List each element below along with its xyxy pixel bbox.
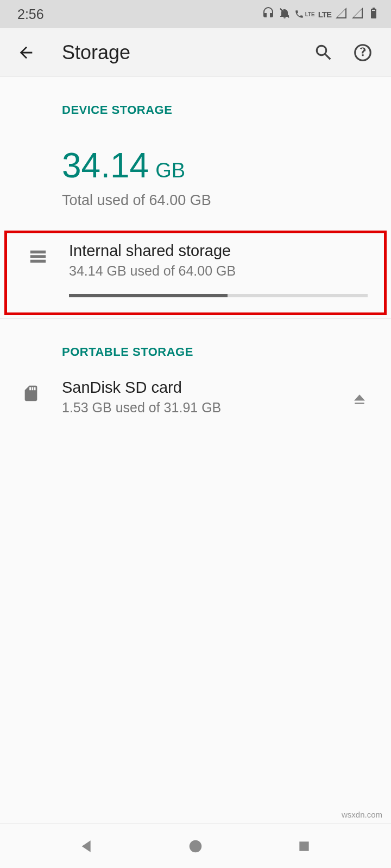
help-button[interactable] <box>348 37 378 68</box>
help-icon <box>352 42 373 63</box>
triangle-back-icon <box>78 838 96 855</box>
total-used-sub: Total used of 64.00 GB <box>62 192 391 209</box>
svg-point-0 <box>190 840 202 852</box>
headset-icon <box>262 7 275 22</box>
internal-storage-title: Internal shared storage <box>69 242 368 260</box>
circle-home-icon <box>187 838 204 854</box>
device-storage-label: DEVICE STORAGE <box>0 77 391 122</box>
total-used-value: 34.14 GB <box>62 145 185 186</box>
sd-card-icon <box>22 384 40 403</box>
volte-icon: LTE <box>294 9 315 19</box>
network-lte-text: LTE <box>318 10 331 19</box>
total-used-unit: GB <box>155 159 185 182</box>
internal-storage-body: Internal shared storage 34.14 GB used of… <box>69 242 368 297</box>
status-icons: LTE LTE <box>262 7 380 22</box>
storage-summary: 34.14 GB Total used of 64.00 GB <box>0 122 391 229</box>
page-title: Storage <box>62 41 300 64</box>
nav-bar <box>0 824 391 868</box>
signal-icon-2 <box>351 7 364 22</box>
nav-recent-button[interactable] <box>288 830 320 863</box>
internal-storage-sub: 34.14 GB used of 64.00 GB <box>69 263 368 279</box>
internal-storage-row[interactable]: Internal shared storage 34.14 GB used of… <box>7 233 384 309</box>
sdcard-body: SanDisk SD card 1.53 GB used of 31.91 GB <box>62 379 344 416</box>
content: DEVICE STORAGE 34.14 GB Total used of 64… <box>0 77 391 427</box>
internal-storage-progress <box>69 294 368 297</box>
highlight-annotation: Internal shared storage 34.14 GB used of… <box>4 231 387 315</box>
dnd-off-icon <box>278 7 291 22</box>
back-button[interactable] <box>13 40 39 66</box>
nav-home-button[interactable] <box>179 830 212 863</box>
internal-storage-progress-fill <box>69 294 228 297</box>
square-recent-icon <box>297 839 311 853</box>
nav-back-button[interactable] <box>71 830 103 863</box>
internal-storage-icon <box>22 247 54 266</box>
arrow-back-icon <box>17 43 35 62</box>
search-button[interactable] <box>308 37 339 68</box>
battery-icon <box>367 7 380 22</box>
total-used-number: 34.14 <box>62 145 149 186</box>
sdcard-icon-wrap <box>15 384 47 403</box>
sdcard-sub: 1.53 GB used of 31.91 GB <box>62 400 344 416</box>
search-icon <box>313 42 334 63</box>
sdcard-title: SanDisk SD card <box>62 379 344 397</box>
storage-icon <box>29 247 47 266</box>
app-bar: Storage <box>0 28 391 77</box>
svg-rect-1 <box>299 841 308 851</box>
eject-icon <box>351 391 368 407</box>
sdcard-row[interactable]: SanDisk SD card 1.53 GB used of 31.91 GB <box>0 363 391 427</box>
portable-storage-label: PORTABLE STORAGE <box>0 319 391 363</box>
status-bar: 2:56 LTE LTE <box>0 0 391 28</box>
status-time: 2:56 <box>17 7 44 22</box>
eject-button[interactable] <box>344 384 375 414</box>
watermark: wsxdn.com <box>342 810 382 819</box>
signal-icon-1 <box>335 7 348 22</box>
